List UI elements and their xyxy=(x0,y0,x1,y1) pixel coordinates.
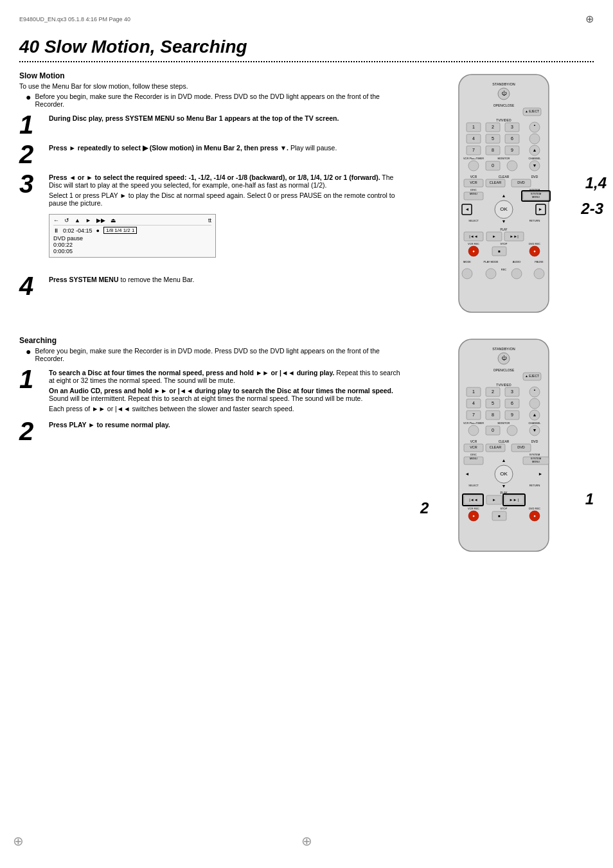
svg-text:▲: ▲ xyxy=(533,123,536,127)
svg-text:1: 1 xyxy=(472,125,475,129)
svg-text:OPEN/CLOSE: OPEN/CLOSE xyxy=(493,103,515,107)
svg-text:▲ EJECT: ▲ EJECT xyxy=(525,374,539,378)
svg-text:5: 5 xyxy=(492,401,494,405)
search-step-1-content: To search a Disc at four times the norma… xyxy=(49,366,401,414)
svg-text:▲: ▲ xyxy=(533,148,537,152)
svg-text:MODE: MODE xyxy=(463,260,471,263)
svg-text:■: ■ xyxy=(498,514,501,518)
svg-text:⏻: ⏻ xyxy=(501,91,507,96)
step-4-row: 4 Press SYSTEM MENU to remove the Menu B… xyxy=(19,273,401,299)
svg-text:STANDBY/ON: STANDBY/ON xyxy=(492,347,515,351)
crosshair-bottom-center: ⊕ xyxy=(301,833,312,849)
svg-text:MONITOR: MONITOR xyxy=(498,157,510,160)
step-3-text-extra: Select 1 or press PLAY ► to play the Dis… xyxy=(49,191,401,207)
svg-text:■: ■ xyxy=(498,249,501,253)
svg-point-36 xyxy=(507,161,517,171)
svg-text:9: 9 xyxy=(511,412,513,417)
slow-motion-section: Slow Motion To use the Menu Bar for slow… xyxy=(19,71,594,317)
svg-text:▲: ▲ xyxy=(533,388,536,391)
svg-text:3: 3 xyxy=(511,389,513,394)
svg-text:PLAY MODE: PLAY MODE xyxy=(484,260,499,263)
search-step-1-number: 1 xyxy=(19,366,44,392)
search-step-2-content: Press PLAY ► to resume normal play. xyxy=(49,418,401,430)
svg-text:▼: ▼ xyxy=(533,163,537,168)
step-3-content: Press ◄ or ► to select the required spee… xyxy=(49,171,401,263)
svg-text:MENU: MENU xyxy=(470,457,477,460)
searching-bullet-text: Before you begin, make sure the Recorder… xyxy=(35,347,401,362)
menubar-dvd-label: DVD pause xyxy=(53,235,211,242)
svg-text:OK: OK xyxy=(500,206,508,212)
remote-svg-1: STANDBY/ON ⏻ OPEN/CLOSE ▲ EJECT TV/VIDEO… xyxy=(440,71,568,315)
svg-text:OPEN/CLOSE: OPEN/CLOSE xyxy=(493,368,515,372)
svg-text:9: 9 xyxy=(511,148,513,152)
menubar-time1: 0:00:22 xyxy=(53,242,211,248)
remote-wrapper-1: STANDBY/ON ⏻ OPEN/CLOSE ▲ EJECT TV/VIDEO… xyxy=(440,71,568,317)
svg-text:⏻: ⏻ xyxy=(501,355,507,361)
svg-text:TV/VIDEO: TV/VIDEO xyxy=(496,118,511,122)
svg-text:8: 8 xyxy=(492,412,494,417)
svg-text:CLEAR: CLEAR xyxy=(499,175,510,179)
menubar-tt: tt xyxy=(208,217,211,224)
svg-text:7: 7 xyxy=(472,412,475,417)
svg-text:RETURN: RETURN xyxy=(529,219,540,222)
svg-text:VCR Plus+TIMER: VCR Plus+TIMER xyxy=(463,421,484,425)
menubar-pause-icon: ⏸ xyxy=(53,227,59,234)
bullet-dot-2: ● xyxy=(26,347,31,356)
svg-text:CLEAR: CLEAR xyxy=(499,439,510,443)
svg-text:DVD REC: DVD REC xyxy=(529,507,540,510)
svg-point-90 xyxy=(534,269,544,279)
svg-text:●: ● xyxy=(472,514,475,518)
svg-text:CHANNEL: CHANNEL xyxy=(528,421,541,425)
step-4-text: Press SYSTEM MENU to remove the Menu Bar… xyxy=(49,276,401,283)
svg-text:5: 5 xyxy=(492,136,494,141)
step-3-number: 3 xyxy=(19,171,44,197)
step-1-content: During Disc play, press SYSTEM MENU so M… xyxy=(49,112,401,124)
svg-text:DVD: DVD xyxy=(531,439,538,443)
svg-text:►: ► xyxy=(492,498,496,502)
slow-motion-bullet: ● Before you begin, make sure the Record… xyxy=(26,93,401,108)
svg-text:►: ► xyxy=(492,235,496,238)
crosshair-top-right: ⊕ xyxy=(585,13,594,25)
svg-text:|◄◄: |◄◄ xyxy=(469,235,477,238)
search-step-2-number: 2 xyxy=(19,418,44,444)
svg-text:►: ► xyxy=(538,472,543,476)
svg-text:MENU: MENU xyxy=(532,460,540,463)
searching-steps: 1 To search a Disc at four times the nor… xyxy=(19,366,401,448)
svg-text:0: 0 xyxy=(492,163,494,168)
svg-text:▼: ▼ xyxy=(502,484,506,488)
menubar-top-row: ← ↺ ▲ ► ▶▶ ⏏ tt xyxy=(53,217,211,226)
svg-text:6: 6 xyxy=(511,401,513,405)
svg-text:VCR: VCR xyxy=(470,175,477,179)
svg-text:OK: OK xyxy=(500,471,508,477)
step-label-23: 2-3 xyxy=(581,200,603,218)
svg-text:▲: ▲ xyxy=(533,412,537,417)
crosshair-bottom-left: ⊕ xyxy=(13,833,24,849)
svg-text:VCR: VCR xyxy=(470,439,477,443)
menubar-time: 0:02 -04:15 xyxy=(63,227,93,234)
menubar-bottom-row: ⏸ 0:02 -04:15 ● 1/8 1/4 1/2 1 xyxy=(53,227,211,234)
step-label-14: 1,4 xyxy=(585,174,607,192)
step-4-number: 4 xyxy=(19,273,44,299)
slow-motion-left: Slow Motion To use the Menu Bar for slow… xyxy=(19,71,401,317)
svg-text:VCR: VCR xyxy=(470,445,477,449)
remote-svg-2: STANDBY/ON ⏻ OPEN/CLOSE ▲ EJECT TV/VIDEO… xyxy=(440,336,568,554)
page-title: 40 Slow Motion, Searching xyxy=(19,37,594,57)
svg-text:DISC: DISC xyxy=(470,188,477,191)
searching-bullet: ● Before you begin, make sure the Record… xyxy=(26,347,401,362)
svg-text:DISC: DISC xyxy=(470,453,477,456)
menubar-arrow: ● xyxy=(96,227,100,234)
svg-text:REC: REC xyxy=(501,268,507,271)
svg-text:8: 8 xyxy=(492,148,494,152)
svg-text:CLEAR: CLEAR xyxy=(490,181,501,184)
page-container: E9480UD_EN.qx3 05.1.8 4:16 PM Page 40 ⊕ … xyxy=(0,0,613,868)
svg-point-128 xyxy=(507,425,517,436)
file-info: E9480UD_EN.qx3 05.1.8 4:16 PM Page 40 xyxy=(19,16,130,22)
svg-text:▼: ▼ xyxy=(502,219,506,224)
step-1-text: During Disc play, press SYSTEM MENU so M… xyxy=(49,114,401,122)
svg-text:▲ EJECT: ▲ EJECT xyxy=(525,109,539,113)
svg-text:●: ● xyxy=(533,249,536,253)
svg-text:0: 0 xyxy=(492,428,494,432)
searching-left: Searching ● Before you begin, make sure … xyxy=(19,336,401,556)
slow-motion-right: STANDBY/ON ⏻ OPEN/CLOSE ▲ EJECT TV/VIDEO… xyxy=(414,71,594,317)
search-step-1-row: 1 To search a Disc at four times the nor… xyxy=(19,366,401,414)
